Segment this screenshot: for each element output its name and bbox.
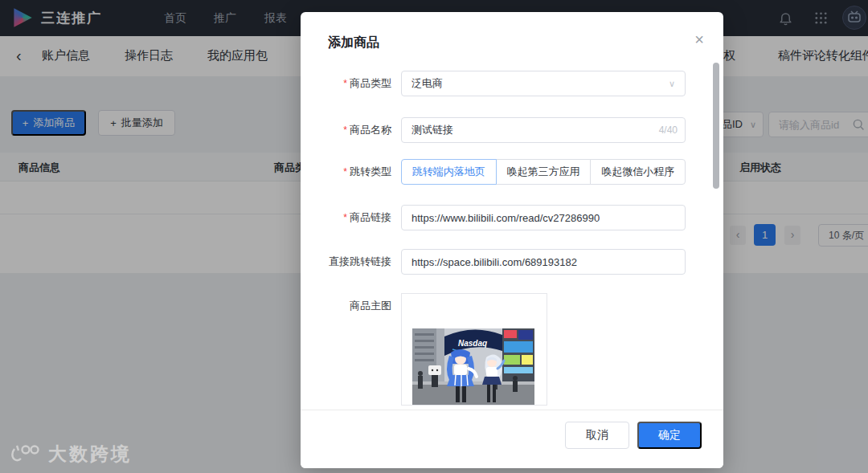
field-main-image: 商品主图 Nasdaq xyxy=(301,293,723,406)
required-mark: * xyxy=(343,124,347,136)
jump-type-option-wechat-miniprogram[interactable]: 唤起微信小程序 xyxy=(590,159,686,185)
add-product-modal: 添加商品 × *商品类型 泛电商 ∨ *商品名称 4/40 *跳转类型 跳转端内… xyxy=(301,12,723,468)
field-label: 商品链接 xyxy=(350,211,391,223)
product-link-input[interactable] xyxy=(401,205,686,230)
required-mark: * xyxy=(343,166,347,177)
field-product-type: *商品类型 泛电商 ∨ xyxy=(301,71,723,96)
product-image-illustration: Nasdaq xyxy=(412,328,534,406)
field-label: 跳转类型 xyxy=(350,165,391,177)
product-name-input[interactable] xyxy=(401,117,686,143)
jump-type-option-landing-page[interactable]: 跳转端内落地页 xyxy=(401,159,497,185)
close-icon[interactable]: × xyxy=(694,31,704,47)
field-product-name: *商品名称 4/40 xyxy=(301,117,723,143)
jump-type-option-third-party-app[interactable]: 唤起第三方应用 xyxy=(496,159,592,185)
app-root: 三连推广 首页 推广 报表 ‹ 账户信息 操作日志 我的应用包 权 稿件评论转化… xyxy=(0,0,868,473)
product-main-image[interactable]: Nasdaq xyxy=(401,293,547,406)
required-mark: * xyxy=(343,78,347,89)
cancel-button[interactable]: 取消 xyxy=(565,422,629,449)
field-label: 商品名称 xyxy=(350,124,391,136)
confirm-button[interactable]: 确定 xyxy=(637,422,702,449)
modal-footer: 取消 确定 xyxy=(301,410,723,468)
direct-link-input[interactable] xyxy=(401,249,686,275)
jump-type-segmented-group: 跳转端内落地页 唤起第三方应用 唤起微信小程序 xyxy=(401,159,686,185)
field-label: 商品类型 xyxy=(350,77,391,89)
field-label: 直接跳转链接 xyxy=(329,255,391,267)
product-type-select[interactable]: 泛电商 ∨ xyxy=(401,71,686,96)
watermark-logo-icon xyxy=(10,442,42,467)
svg-text:Nasdaq: Nasdaq xyxy=(458,339,487,348)
field-label: 商品主图 xyxy=(350,300,391,312)
required-mark: * xyxy=(343,212,347,223)
char-counter: 4/40 xyxy=(659,117,678,143)
watermark-text: 大数跨境 xyxy=(48,442,132,467)
field-product-link: *商品链接 xyxy=(301,205,723,230)
watermark: 大数跨境 xyxy=(10,442,132,467)
field-jump-type: *跳转类型 跳转端内落地页 唤起第三方应用 唤起微信小程序 xyxy=(301,159,723,185)
field-direct-link: 直接跳转链接 xyxy=(301,249,723,275)
modal-title: 添加商品 xyxy=(328,35,379,51)
chevron-down-icon: ∨ xyxy=(669,79,675,89)
